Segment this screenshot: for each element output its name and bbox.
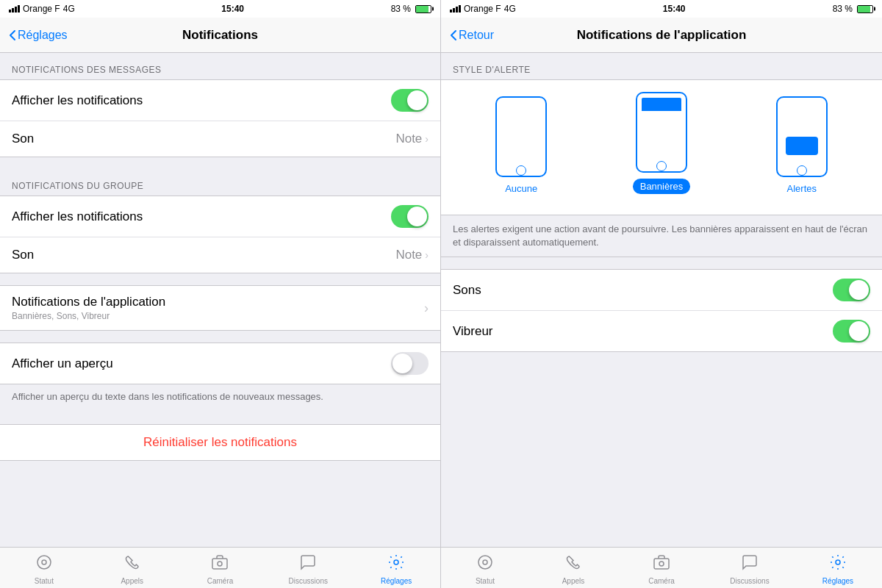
- show-notif-group-label: Afficher les notifications: [12, 209, 143, 224]
- home-button-aucune: [516, 165, 526, 176]
- show-notif-group-toggle[interactable]: [391, 205, 429, 228]
- svg-rect-2: [212, 559, 227, 569]
- vibreur-toggle[interactable]: [833, 320, 870, 343]
- app-notif-row[interactable]: Notifications de l'application Bannières…: [0, 286, 440, 330]
- camera-icon: [211, 553, 229, 576]
- tab-discussions-label-right: Discussions: [730, 577, 769, 585]
- content-left: NOTIFICATIONS DES MESSAGES Afficher les …: [0, 53, 440, 547]
- sons-label: Sons: [453, 283, 481, 298]
- back-button-left[interactable]: Réglages: [9, 29, 68, 42]
- status-right-r: 83 %: [833, 4, 873, 14]
- battery-percent-r: 83 %: [833, 4, 853, 14]
- tab-appels-label-left: Appels: [121, 577, 143, 585]
- spacer-2: [0, 273, 440, 285]
- alert-description: Les alertes exigent une action avant de …: [441, 215, 882, 257]
- page-title-right: Notifications de l'application: [577, 28, 747, 43]
- apercu-description: Afficher un aperçu du texte dans les not…: [0, 384, 440, 412]
- son-messages-value-text: Note: [395, 132, 422, 146]
- chevron-right-icon: ›: [425, 133, 429, 145]
- alert-style-header: STYLE D'ALERTE: [441, 53, 882, 79]
- group-group: Afficher les notifications Son Note ›: [0, 196, 440, 273]
- chevron-left-icon-r: [450, 29, 457, 41]
- right-panel: Orange F 4G 15:40 83 % Retour Notificati…: [441, 0, 882, 588]
- son-group-value-text: Note: [395, 248, 422, 262]
- apercu-toggle[interactable]: [391, 352, 429, 375]
- tab-appels-left[interactable]: Appels: [88, 551, 176, 585]
- show-notif-messages-row[interactable]: Afficher les notifications: [0, 80, 440, 121]
- svg-point-3: [218, 562, 222, 566]
- tab-reglages-left[interactable]: Réglages: [352, 551, 440, 585]
- tab-camera-left[interactable]: Caméra: [176, 551, 265, 585]
- alert-bannieres-label: Bannières: [633, 179, 691, 194]
- tab-discussions-right[interactable]: Discussions: [706, 551, 794, 585]
- nav-bar-right: Retour Notifications de l'application: [441, 18, 882, 53]
- alert-style-section: Aucune Bannières: [441, 79, 882, 215]
- app-notif-group: Notifications de l'application Bannières…: [0, 285, 440, 331]
- carrier-label: Orange F: [23, 4, 60, 14]
- reglages-icon-r: [829, 553, 847, 576]
- alert-alertes-label: Alertes: [787, 183, 817, 194]
- svg-point-4: [394, 560, 398, 564]
- app-notif-label-container: Notifications de l'application Bannières…: [12, 295, 165, 321]
- statut-icon-r: [476, 553, 494, 576]
- tab-statut-left[interactable]: Statut: [0, 551, 88, 585]
- camera-icon-r: [653, 553, 670, 576]
- section-header-group: NOTIFICATIONS DU GROUPE: [0, 169, 440, 196]
- alert-options-row: Aucune Bannières: [453, 92, 870, 194]
- show-notif-messages-toggle[interactable]: [391, 89, 429, 112]
- messages-group: Afficher les notifications Son Note ›: [0, 79, 440, 157]
- network-label-r: 4G: [504, 4, 516, 14]
- section-header-messages: NOTIFICATIONS DES MESSAGES: [0, 53, 440, 79]
- tab-camera-right[interactable]: Caméra: [617, 551, 706, 585]
- discussions-icon: [299, 553, 317, 576]
- alert-option-bannieres[interactable]: Bannières: [633, 92, 691, 194]
- spacer-5: [0, 461, 440, 473]
- svg-rect-7: [654, 559, 669, 569]
- tab-discussions-left[interactable]: Discussions: [264, 551, 352, 585]
- signal-icon: [9, 5, 20, 12]
- status-left-r: Orange F 4G: [450, 4, 516, 14]
- banner-bar: [642, 98, 681, 111]
- tab-statut-label-right: Statut: [476, 577, 495, 585]
- battery-percent: 83 %: [391, 4, 411, 14]
- alert-option-alertes[interactable]: Alertes: [776, 96, 828, 194]
- son-messages-label: Son: [12, 132, 34, 146]
- back-button-right[interactable]: Retour: [450, 29, 494, 42]
- alert-option-aucune[interactable]: Aucune: [495, 96, 547, 194]
- home-button-alertes: [797, 165, 807, 176]
- show-notif-messages-label: Afficher les notifications: [12, 93, 143, 108]
- apercu-row[interactable]: Afficher un aperçu: [0, 343, 440, 384]
- bottom-spacer: [441, 352, 882, 411]
- sons-toggle[interactable]: [833, 279, 870, 301]
- spacer-r1: [441, 257, 882, 269]
- spacer-1: [0, 157, 440, 169]
- show-notif-group-row[interactable]: Afficher les notifications: [0, 196, 440, 237]
- son-messages-row[interactable]: Son Note ›: [0, 121, 440, 157]
- phone-mockup-alertes: [776, 96, 828, 177]
- vibreur-label: Vibreur: [453, 324, 493, 339]
- tab-statut-label-left: Statut: [35, 577, 54, 585]
- tab-camera-label-right: Caméra: [648, 577, 675, 585]
- son-group-row[interactable]: Son Note ›: [0, 237, 440, 273]
- tab-reglages-right[interactable]: Réglages: [794, 551, 882, 585]
- statut-icon: [35, 553, 53, 576]
- alert-aucune-label: Aucune: [505, 183, 537, 194]
- spacer-3: [0, 331, 440, 343]
- tab-reglages-label-left: Réglages: [381, 577, 412, 585]
- app-notif-label: Notifications de l'application: [12, 295, 165, 309]
- sons-row[interactable]: Sons: [441, 270, 882, 311]
- page-title-left: Notifications: [182, 28, 258, 43]
- home-button-bannieres: [656, 161, 667, 171]
- status-bar-left: Orange F 4G 15:40 83 %: [0, 0, 440, 18]
- reset-button[interactable]: Réinitialiser les notifications: [0, 424, 440, 461]
- left-panel: Orange F 4G 15:40 83 % Réglages Notifica…: [0, 0, 441, 588]
- battery-icon-r: [857, 5, 873, 13]
- svg-point-5: [478, 556, 492, 569]
- svg-point-6: [483, 560, 487, 564]
- vibreur-row[interactable]: Vibreur: [441, 311, 882, 351]
- tab-appels-right[interactable]: Appels: [529, 551, 617, 585]
- carrier-label-r: Orange F: [464, 4, 501, 14]
- tab-statut-right[interactable]: Statut: [441, 551, 529, 585]
- alert-box: [786, 137, 818, 155]
- time-label: 15:40: [221, 4, 244, 14]
